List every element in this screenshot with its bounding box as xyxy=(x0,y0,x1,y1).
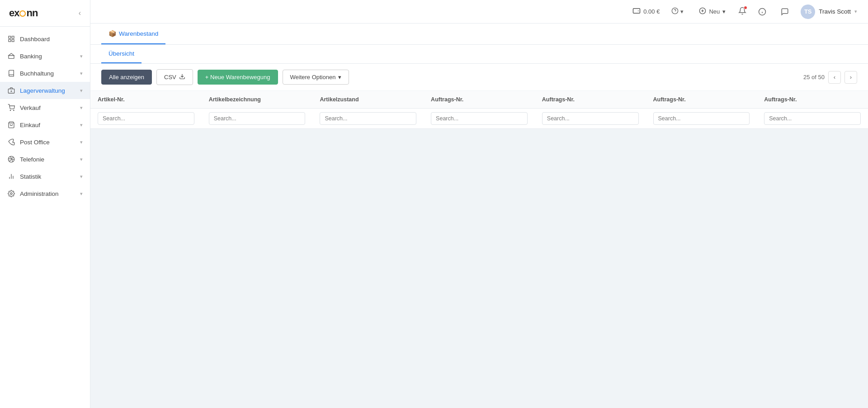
sidebar-item-lagerverwaltung[interactable]: Lagerverwaltung ▾ xyxy=(0,82,90,99)
administration-icon xyxy=(7,190,15,198)
svg-point-8 xyxy=(10,110,10,110)
alle-anzeigen-label: Alle anzeigen xyxy=(109,74,144,81)
sidebar-item-banking[interactable]: Banking ▾ xyxy=(0,47,90,65)
sidebar: exnn ‹ Dashboard Banking xyxy=(0,0,90,408)
sidebar-item-post-office-label: Post Office xyxy=(20,139,50,146)
weitere-optionen-button[interactable]: Weitere Optionen ▾ xyxy=(283,70,349,85)
search-input-artikelzustand[interactable] xyxy=(320,112,416,125)
pagination-prev-button[interactable]: ‹ xyxy=(828,71,841,84)
banking-chevron-icon: ▾ xyxy=(80,53,83,59)
wallet-icon xyxy=(632,7,641,16)
search-input-auftrags-nr-1[interactable] xyxy=(431,112,528,125)
new-chevron-icon: ▾ xyxy=(722,8,726,15)
sidebar-item-verkauf[interactable]: Verkauf ▾ xyxy=(0,99,90,116)
sidebar-item-telefonie[interactable]: Telefonie ▾ xyxy=(0,151,90,168)
svg-rect-2 xyxy=(9,39,11,42)
table-search-row xyxy=(90,109,868,129)
help-icon xyxy=(671,7,679,16)
warenbestand-tab-label: Warenbestand xyxy=(119,30,158,37)
table-container: Artikel-Nr. Artikelbezeichnung Artikelzu… xyxy=(90,91,868,129)
weitere-optionen-chevron-icon: ▾ xyxy=(338,74,341,81)
new-button[interactable]: Neu ▾ xyxy=(695,5,729,18)
buchhaltung-icon xyxy=(7,69,15,77)
svg-rect-0 xyxy=(9,36,11,38)
toolbar-right: 25 of 50 ‹ › xyxy=(803,71,857,84)
sidebar-logo: exnn ‹ xyxy=(0,0,90,27)
balance-amount: 0.00 € xyxy=(643,8,660,15)
sidebar-item-statistik[interactable]: Statistik ▾ xyxy=(0,168,90,185)
col-auftrags-nr-4: Auftrags-Nr. xyxy=(757,91,868,109)
svg-point-9 xyxy=(14,110,14,110)
sidebar-item-buchhaltung[interactable]: Buchhaltung ▾ xyxy=(0,65,90,82)
chevron-left-icon: ‹ xyxy=(834,74,835,81)
sidebar-item-statistik-label: Statistik xyxy=(20,173,41,180)
administration-chevron-icon: ▾ xyxy=(80,191,83,197)
search-cell-2 xyxy=(312,109,424,129)
telefonie-icon xyxy=(7,155,15,163)
search-input-auftrags-nr-4[interactable] xyxy=(764,112,861,125)
alle-anzeigen-button[interactable]: Alle anzeigen xyxy=(101,70,152,85)
sub-tab-ubersicht[interactable]: Übersicht xyxy=(101,45,142,63)
search-input-auftrags-nr-2[interactable] xyxy=(542,112,639,125)
sidebar-item-lagerverwaltung-label: Lagerverwaltung xyxy=(20,87,65,94)
sidebar-item-einkauf-label: Einkauf xyxy=(20,122,40,128)
content-area: 📦 Warenbestand Übersicht Alle anzeigen xyxy=(90,24,868,408)
sidebar-item-banking-label: Banking xyxy=(20,53,42,60)
username-label: Travis Scott xyxy=(819,8,851,15)
verkauf-icon xyxy=(7,104,15,112)
new-label: Neu xyxy=(709,8,720,15)
chat-button[interactable] xyxy=(778,6,792,18)
col-artikel-nr: Artikel-Nr. xyxy=(90,91,202,109)
data-table: Artikel-Nr. Artikelbezeichnung Artikelzu… xyxy=(90,91,868,129)
weitere-optionen-label: Weitere Optionen xyxy=(290,74,336,81)
col-artikelbezeichnung: Artikelbezeichnung xyxy=(202,91,313,109)
search-cell-1 xyxy=(202,109,313,129)
search-input-auftrags-nr-3[interactable] xyxy=(653,112,750,125)
sub-tabs: Übersicht xyxy=(90,45,868,64)
csv-label: CSV xyxy=(164,74,176,81)
pagination-next-button[interactable]: › xyxy=(844,71,857,84)
search-input-artikel-nr[interactable] xyxy=(98,112,194,125)
einkauf-icon xyxy=(7,121,15,129)
buchhaltung-chevron-icon: ▾ xyxy=(80,71,83,76)
header-chevron-help: ▾ xyxy=(680,8,684,15)
chevron-right-icon: › xyxy=(850,74,852,81)
help-button[interactable]: ▾ xyxy=(669,5,686,18)
sidebar-item-telefonie-label: Telefonie xyxy=(20,156,44,163)
post-office-chevron-icon: ▾ xyxy=(80,139,83,145)
search-input-artikelbezeichnung[interactable] xyxy=(209,112,306,125)
search-cell-0 xyxy=(90,109,202,129)
sidebar-item-einkauf[interactable]: Einkauf ▾ xyxy=(0,116,90,133)
user-chevron-icon: ▾ xyxy=(854,9,857,14)
sidebar-item-administration[interactable]: Administration ▾ xyxy=(0,185,90,202)
dashboard-icon xyxy=(7,35,15,43)
verkauf-chevron-icon: ▾ xyxy=(80,105,83,111)
table-header-row: Artikel-Nr. Artikelbezeichnung Artikelzu… xyxy=(90,91,868,109)
post-office-icon xyxy=(7,138,15,146)
header-balance: 0.00 € xyxy=(632,7,660,16)
statistik-chevron-icon: ▾ xyxy=(80,174,83,180)
sidebar-item-post-office[interactable]: Post Office ▾ xyxy=(0,133,90,151)
col-auftrags-nr-1: Auftrags-Nr. xyxy=(424,91,535,109)
notification-dot xyxy=(744,6,747,9)
sidebar-item-dashboard[interactable]: Dashboard xyxy=(0,30,90,47)
search-cell-3 xyxy=(424,109,535,129)
sub-tab-ubersicht-label: Übersicht xyxy=(108,50,134,57)
user-menu[interactable]: TS Travis Scott ▾ xyxy=(801,5,857,19)
neue-warenbewegung-button[interactable]: + Neue Warenbewegung xyxy=(198,70,278,85)
sidebar-item-buchhaltung-label: Buchhaltung xyxy=(20,70,54,77)
info-button[interactable] xyxy=(755,6,769,18)
download-icon xyxy=(179,73,185,81)
csv-button[interactable]: CSV xyxy=(156,69,193,85)
sidebar-toggle-icon[interactable]: ‹ xyxy=(79,9,81,17)
lagerverwaltung-icon xyxy=(7,86,15,95)
svg-point-15 xyxy=(10,193,12,195)
toolbar: Alle anzeigen CSV + Neue Warenbewegung xyxy=(90,64,868,91)
warenbestand-tab-icon: 📦 xyxy=(108,30,116,37)
sidebar-item-dashboard-label: Dashboard xyxy=(20,36,50,43)
sidebar-item-administration-label: Administration xyxy=(20,190,59,197)
notification-bell[interactable] xyxy=(738,7,746,16)
tab-warenbestand[interactable]: 📦 Warenbestand xyxy=(101,24,165,44)
main-area: 0.00 € ▾ Neu ▾ xyxy=(90,0,868,408)
col-auftrags-nr-2: Auftrags-Nr. xyxy=(535,91,646,109)
